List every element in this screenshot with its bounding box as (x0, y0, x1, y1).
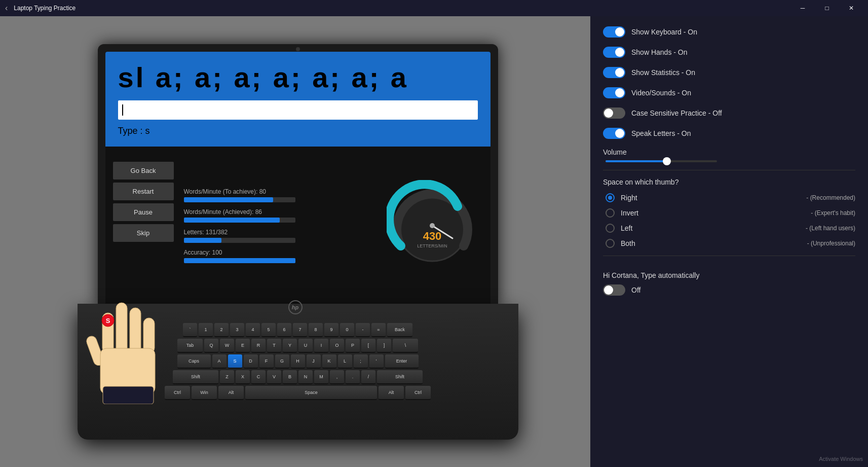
key-o[interactable]: O (330, 339, 344, 353)
key-quote[interactable]: ' (369, 354, 384, 369)
cortana-toggle[interactable] (603, 284, 625, 296)
key-semicolon[interactable]: ; (354, 354, 368, 369)
key-alt-r[interactable]: Alt (379, 386, 404, 400)
key-g[interactable]: G (275, 354, 289, 369)
case-sensitive-toggle[interactable] (603, 107, 625, 119)
key-j[interactable]: J (307, 354, 321, 369)
key-k[interactable]: K (322, 354, 336, 369)
key-m[interactable]: M (314, 370, 328, 384)
pause-button[interactable]: Pause (113, 203, 174, 221)
gauge-column: 430 LETTERS/MIN (382, 152, 483, 300)
key-alt-l[interactable]: Alt (218, 386, 244, 400)
key-shift-l[interactable]: Shift (173, 370, 218, 384)
key-h[interactable]: H (291, 354, 305, 369)
radio-invert[interactable]: Invert - (Expert's habit) (606, 208, 855, 218)
key-enter[interactable]: Enter (385, 354, 419, 369)
key-n[interactable]: N (298, 370, 313, 384)
skip-button[interactable]: Skip (113, 224, 174, 242)
back-button[interactable]: ‹ (5, 4, 8, 13)
video-sounds-toggle[interactable] (603, 87, 625, 98)
volume-slider-thumb[interactable] (663, 157, 671, 165)
divider-1 (603, 170, 855, 170)
key-backtick[interactable]: ` (183, 323, 197, 337)
svg-rect-11 (103, 386, 154, 404)
volume-label: Volume (603, 148, 855, 156)
radio-left[interactable]: Left - (Left hand users) (606, 224, 855, 233)
radio-right[interactable]: Right - (Recommended) (606, 193, 855, 202)
maximize-button[interactable]: □ (815, 0, 839, 16)
key-s[interactable]: S (228, 354, 242, 369)
key-period[interactable]: . (346, 370, 360, 384)
key-d[interactable]: D (244, 354, 258, 369)
key-y[interactable]: Y (283, 339, 297, 353)
typing-input-bar[interactable] (118, 100, 478, 120)
key-8[interactable]: 8 (309, 323, 323, 337)
key-caps[interactable]: Caps (177, 354, 211, 369)
key-equals[interactable]: = (371, 323, 386, 337)
window-controls: ─ □ ✕ (791, 0, 863, 16)
volume-slider-track[interactable] (606, 160, 717, 162)
key-bracket-r[interactable]: ] (377, 339, 391, 353)
key-4[interactable]: 4 (246, 323, 260, 337)
go-back-button[interactable]: Go Back (113, 162, 174, 179)
key-5[interactable]: 5 (261, 323, 276, 337)
speak-letters-toggle[interactable] (603, 128, 625, 139)
key-3[interactable]: 3 (230, 323, 244, 337)
key-e[interactable]: E (236, 339, 250, 353)
key-f[interactable]: F (259, 354, 274, 369)
key-z[interactable]: Z (220, 370, 234, 384)
key-7[interactable]: 7 (293, 323, 307, 337)
svg-point-2 (430, 223, 435, 228)
key-1[interactable]: 1 (199, 323, 213, 337)
cortana-title: Hi Cortana, Type automatically (603, 271, 855, 279)
key-slash[interactable]: / (361, 370, 375, 384)
key-backslash[interactable]: \ (393, 339, 418, 353)
show-keyboard-label: Show Keyboard - On (631, 28, 855, 36)
show-hands-toggle[interactable] (603, 47, 625, 58)
key-c[interactable]: C (251, 370, 266, 384)
toggle-knob (615, 88, 624, 97)
key-6[interactable]: 6 (277, 323, 291, 337)
key-0[interactable]: 0 (340, 323, 354, 337)
key-a[interactable]: A (212, 354, 227, 369)
key-i[interactable]: I (314, 339, 328, 353)
key-comma[interactable]: , (330, 370, 344, 384)
key-minus[interactable]: - (356, 323, 370, 337)
key-l[interactable]: L (338, 354, 352, 369)
key-9[interactable]: 9 (324, 323, 338, 337)
key-tab[interactable]: Tab (177, 339, 203, 353)
stat-wpm-target: Words/Minute (To achieve): 80 (184, 188, 371, 202)
key-v[interactable]: V (267, 370, 281, 384)
key-ctrl-r[interactable]: Ctrl (405, 386, 431, 400)
key-x[interactable]: X (236, 370, 250, 384)
key-b[interactable]: B (283, 370, 297, 384)
key-space[interactable]: Space (245, 386, 377, 400)
letters-label: Letters: 131/382 (184, 229, 371, 236)
key-bracket-l[interactable]: [ (361, 339, 375, 353)
key-r[interactable]: R (251, 339, 266, 353)
key-ctrl-l[interactable]: Ctrl (165, 386, 190, 400)
setting-show-keyboard: Show Keyboard - On (603, 26, 855, 38)
key-q[interactable]: Q (204, 339, 218, 353)
close-button[interactable]: ✕ (840, 0, 863, 16)
minimize-button[interactable]: ─ (791, 0, 814, 16)
key-backspace[interactable]: Back (387, 323, 412, 337)
key-win[interactable]: Win (192, 386, 217, 400)
wpm-achieved-bar-fill (184, 218, 280, 223)
radio-both-circle (606, 239, 615, 248)
setting-video-sounds: Video/Sounds - On (603, 87, 855, 98)
key-p[interactable]: P (346, 339, 360, 353)
svg-rect-6 (130, 308, 141, 353)
app-title: Laptop Typing Practice (14, 5, 791, 12)
key-u[interactable]: U (298, 339, 313, 353)
radio-both[interactable]: Both - (Unprofessional) (606, 239, 855, 248)
restart-button[interactable]: Restart (113, 183, 174, 200)
show-statistics-toggle[interactable] (603, 67, 625, 78)
key-shift-r[interactable]: Shift (377, 370, 423, 384)
show-keyboard-toggle[interactable] (603, 26, 625, 38)
hand-svg: S (83, 288, 164, 404)
typing-text: sl a; a; a; a; a; a; a (118, 62, 478, 93)
key-2[interactable]: 2 (214, 323, 229, 337)
key-t[interactable]: T (267, 339, 281, 353)
key-w[interactable]: W (220, 339, 234, 353)
